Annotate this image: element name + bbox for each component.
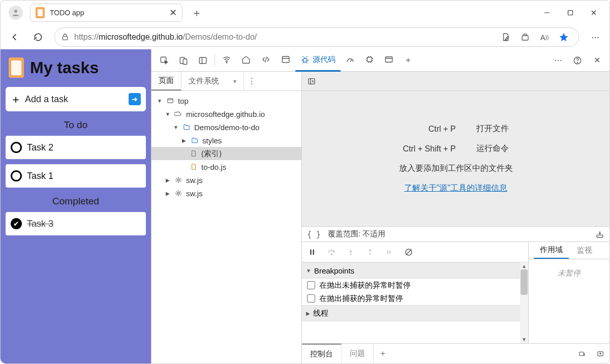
- back-button[interactable]: [5, 27, 25, 47]
- debugger-pane: ▼Breakpoints 在抛出未捕获的异常时暂停 在抛出捕获的异常时暂停 ▶线…: [302, 241, 609, 343]
- scope-not-paused: 未暂停: [529, 259, 609, 343]
- download-icon[interactable]: [595, 230, 604, 238]
- scrollbar[interactable]: ▲ ▼: [520, 262, 528, 343]
- tree-row-sw2[interactable]: ▶sw.js: [151, 187, 301, 200]
- task-item[interactable]: Task 2: [6, 136, 146, 159]
- submit-task-button[interactable]: ➜: [129, 93, 141, 105]
- tab-sources[interactable]: 源代码: [295, 49, 341, 72]
- svg-point-12: [226, 62, 227, 63]
- tab-application[interactable]: [276, 49, 295, 72]
- tab-title: TODO app: [50, 9, 164, 17]
- pause-uncaught-checkbox[interactable]: 在抛出未捕获的异常时暂停: [302, 279, 528, 292]
- svg-rect-27: [597, 235, 603, 237]
- breakpoints-accordion[interactable]: ▼Breakpoints: [302, 262, 528, 279]
- tab-app-window[interactable]: [379, 49, 399, 72]
- step-into-button[interactable]: [345, 246, 357, 258]
- editor-placeholder: Ctrl + P 打开文件 Ctrl + Shift + P 运行命令 放入要添…: [302, 91, 609, 226]
- svg-point-23: [177, 179, 179, 181]
- svg-rect-13: [282, 56, 289, 63]
- collections-icon[interactable]: [516, 28, 534, 46]
- navigator-more-button[interactable]: ⋮: [244, 72, 259, 90]
- toggle-navigator-icon[interactable]: [306, 76, 317, 87]
- svg-line-34: [406, 249, 412, 255]
- tab-performance[interactable]: [341, 49, 360, 72]
- refresh-button[interactable]: [28, 27, 48, 47]
- svg-rect-35: [580, 352, 584, 355]
- coverage-text: 覆盖范围: 不适用: [328, 229, 385, 239]
- deactivate-breakpoints-button[interactable]: [403, 246, 415, 258]
- add-task-input[interactable]: ＋ Add a task ➜: [6, 87, 146, 111]
- tab-scope[interactable]: 作用域: [534, 242, 569, 259]
- drawer-expression-icon[interactable]: [573, 344, 591, 363]
- hint-run-key: Ctrl + Shift + P: [399, 144, 456, 154]
- drawer-dock-icon[interactable]: [591, 344, 609, 363]
- dock-side-icon[interactable]: [193, 51, 212, 70]
- url-text: https://microsoftedge.github.io/Demos/de…: [74, 33, 257, 42]
- editor-tab-strip: [302, 72, 609, 91]
- task-label: Task 2: [27, 142, 53, 153]
- devtools: 源代码 ＋ ⋯ ✕ 页面 文件系统 ▾ ⋮: [151, 49, 609, 363]
- site-info-icon[interactable]: [61, 33, 69, 42]
- section-completed-heading: Completed: [6, 193, 146, 207]
- threads-accordion[interactable]: ▶线程: [302, 305, 528, 321]
- window-maximize-button[interactable]: [559, 5, 582, 21]
- tab-close-icon[interactable]: ✕: [169, 7, 177, 18]
- tree-row-top[interactable]: ▼top: [151, 94, 301, 107]
- add-tab-button[interactable]: ＋: [399, 51, 418, 70]
- tree-row-index[interactable]: (索引): [151, 147, 301, 160]
- new-tab-button[interactable]: ＋: [192, 6, 202, 20]
- window-close-button[interactable]: [582, 5, 605, 21]
- drawer-add-tab[interactable]: ＋: [374, 344, 392, 363]
- navigator-tab-filesystem[interactable]: 文件系统 ▾: [181, 72, 244, 90]
- devtools-more-button[interactable]: ⋯: [548, 51, 568, 70]
- tab-network-conditions[interactable]: [217, 49, 236, 72]
- drawer-tab-console[interactable]: 控制台: [302, 344, 342, 363]
- tree-row-sw1[interactable]: ▶sw.js: [151, 173, 301, 187]
- section-todo-heading: To do: [6, 116, 146, 131]
- devtools-help-icon[interactable]: [568, 51, 587, 70]
- profile-avatar[interactable]: [9, 6, 23, 20]
- hint-learn-link[interactable]: 了解关于"源"工具的详细信息: [404, 184, 507, 192]
- drawer-tab-issues[interactable]: 问题: [342, 344, 374, 363]
- tree-row-todojs[interactable]: to-do.js: [151, 160, 301, 173]
- tree-row-domain[interactable]: ▼microsoftedge.github.io: [151, 107, 301, 120]
- browser-tab[interactable]: TODO app ✕: [30, 4, 182, 22]
- task-checkbox-icon[interactable]: [11, 170, 22, 181]
- step-over-button[interactable]: [325, 246, 338, 258]
- svg-rect-29: [313, 249, 314, 255]
- step-out-button[interactable]: [364, 246, 376, 258]
- navigator-tab-page[interactable]: 页面: [151, 72, 181, 90]
- plus-icon: ＋: [11, 93, 21, 106]
- braces-icon[interactable]: { }: [307, 230, 321, 239]
- tab-watch[interactable]: 监视: [571, 242, 598, 259]
- address-bar: https://microsoftedge.github.io/Demos/de…: [1, 25, 609, 49]
- task-item[interactable]: Task 1: [6, 164, 146, 188]
- tree-row-folder[interactable]: ▼Demos/demo-to-do: [151, 120, 301, 134]
- read-aloud-icon[interactable]: A)): [536, 28, 553, 46]
- devtools-close-button[interactable]: ✕: [587, 51, 606, 70]
- tree-row-styles[interactable]: ▶styles: [151, 134, 301, 147]
- step-button[interactable]: [383, 246, 395, 258]
- browser-menu-button[interactable]: ⋯: [585, 27, 605, 47]
- task-done-icon[interactable]: ✔: [11, 218, 22, 229]
- svg-rect-17: [385, 57, 392, 63]
- file-tree[interactable]: ▼top ▼microsoftedge.github.io ▼Demos/dem…: [151, 91, 301, 363]
- task-checkbox-icon[interactable]: [11, 142, 22, 153]
- pause-button[interactable]: [306, 246, 318, 258]
- tab-elements[interactable]: [256, 49, 276, 72]
- device-emulation-icon[interactable]: [174, 51, 193, 70]
- tab-memory[interactable]: [360, 49, 379, 72]
- window-minimize-button[interactable]: [535, 5, 559, 21]
- inspect-element-icon[interactable]: [155, 51, 174, 70]
- svg-point-24: [177, 192, 179, 194]
- url-input[interactable]: https://microsoftedge.github.io/Demos/de…: [54, 27, 579, 47]
- page-title: My tasks: [30, 58, 99, 77]
- svg-point-30: [331, 254, 332, 255]
- clipboard-icon: [9, 57, 24, 78]
- favorite-star-icon[interactable]: [555, 28, 572, 46]
- tab-welcome[interactable]: [236, 49, 256, 72]
- svg-point-32: [370, 254, 371, 255]
- edit-icon[interactable]: [497, 28, 514, 46]
- pause-caught-checkbox[interactable]: 在抛出捕获的异常时暂停: [302, 292, 528, 305]
- task-item-completed[interactable]: ✔ Task 3: [6, 212, 146, 235]
